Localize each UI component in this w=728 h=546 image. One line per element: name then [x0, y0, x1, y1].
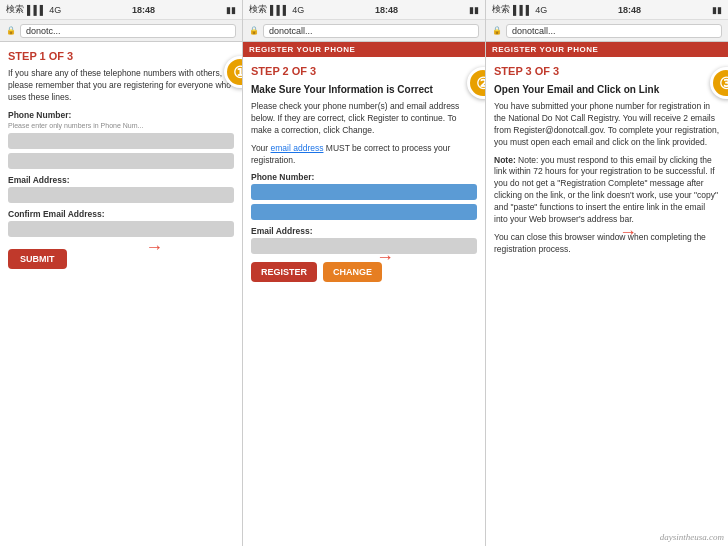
phone-label-1: Phone Number:: [8, 110, 234, 120]
status-time-2: 18:48: [375, 5, 398, 15]
register-banner-3: REGISTER YOUR PHONE: [486, 42, 728, 57]
confirm-email-input-1[interactable]: [8, 221, 234, 237]
browser-bar-1: 🔒 donotc...: [0, 20, 242, 42]
screen-3: 検索 ▌▌▌ 4G 18:48 ▮▮ 🔒 donotcall... REGIST…: [486, 0, 728, 546]
status-left-1: 検索 ▌▌▌ 4G: [6, 3, 61, 16]
signal-bars-3: ▌▌▌: [513, 5, 532, 15]
watermark: daysintheusa.com: [660, 532, 724, 542]
register-banner-2: REGISTER YOUR PHONE: [243, 42, 485, 57]
note-label: Note:: [494, 155, 516, 165]
change-button[interactable]: CHANGE: [323, 262, 382, 282]
carrier-text-1: 検索: [6, 3, 24, 16]
browser-bar-2: 🔒 donotcall...: [243, 20, 485, 42]
network-type-1: 4G: [49, 5, 61, 15]
register-button[interactable]: REGISTER: [251, 262, 317, 282]
status-bar-3: 検索 ▌▌▌ 4G 18:48 ▮▮: [486, 0, 728, 20]
browser-bar-3: 🔒 donotcall...: [486, 20, 728, 42]
network-type-2: 4G: [292, 5, 304, 15]
confirm-email-label-1: Confirm Email Address:: [8, 209, 234, 219]
step3-heading: Open Your Email and Click on Link: [494, 83, 720, 96]
status-time-3: 18:48: [618, 5, 641, 15]
email-input-2[interactable]: [251, 238, 477, 254]
network-type-3: 4G: [535, 5, 547, 15]
button-group-2: REGISTER CHANGE: [251, 262, 477, 282]
arrow-2: →: [376, 247, 394, 268]
browser-url-3[interactable]: donotcall...: [506, 24, 722, 38]
lock-icon-1: 🔒: [6, 26, 16, 35]
status-bar-1: 検索 ▌▌▌ 4G 18:48 ▮▮: [0, 0, 242, 20]
carrier-text-2: 検索: [249, 3, 267, 16]
body-text-3b: Note: Note: you must respond to this ema…: [494, 155, 720, 226]
screen-2: 検索 ▌▌▌ 4G 18:48 ▮▮ 🔒 donotcall... REGIST…: [243, 0, 486, 546]
phone-field-blue-1: [251, 184, 477, 200]
step-title-3: STEP 3 OF 3: [494, 65, 720, 77]
phone-placeholder-1: Please enter only numbers in Phone Num..…: [8, 122, 234, 129]
screen-content-1: STEP 1 OF 3 If you share any of these te…: [0, 42, 242, 546]
battery-icon-1: ▮▮: [226, 5, 236, 15]
body-text-3a: You have submitted your phone number for…: [494, 101, 720, 149]
phone-input-2[interactable]: [8, 153, 234, 169]
status-battery-1: ▮▮: [226, 5, 236, 15]
status-battery-2: ▮▮: [469, 5, 479, 15]
screen-1: 検索 ▌▌▌ 4G 18:48 ▮▮ 🔒 donotc... STEP 1 OF…: [0, 0, 243, 546]
status-time-1: 18:48: [132, 5, 155, 15]
submit-button[interactable]: SUBMIT: [8, 249, 67, 269]
lock-icon-2: 🔒: [249, 26, 259, 35]
carrier-text-3: 検索: [492, 3, 510, 16]
signal-bars-2: ▌▌▌: [270, 5, 289, 15]
body-text-2b: Your email address MUST be correct to pr…: [251, 143, 477, 167]
screenshots-container: 検索 ▌▌▌ 4G 18:48 ▮▮ 🔒 donotc... STEP 1 OF…: [0, 0, 728, 546]
step-title-2: STEP 2 OF 3: [251, 65, 477, 77]
phone-field-blue-2: [251, 204, 477, 220]
battery-icon-3: ▮▮: [712, 5, 722, 15]
status-left-2: 検索 ▌▌▌ 4G: [249, 3, 304, 16]
email-label-1: Email Address:: [8, 175, 234, 185]
body-text-2: Please check your phone number(s) and em…: [251, 101, 477, 137]
body-text-1: If you share any of these telephone numb…: [8, 68, 234, 104]
phone-input-1[interactable]: [8, 133, 234, 149]
screen-content-2: STEP 2 OF 3 Make Sure Your Information i…: [243, 57, 485, 546]
arrow-1: →: [145, 237, 163, 258]
email-label-2: Email Address:: [251, 226, 477, 236]
browser-url-2[interactable]: donotcall...: [263, 24, 479, 38]
screen-content-3: STEP 3 OF 3 Open Your Email and Click on…: [486, 57, 728, 546]
step2-heading: Make Sure Your Information is Correct: [251, 83, 477, 96]
browser-url-1[interactable]: donotc...: [20, 24, 236, 38]
phone-label-2: Phone Number:: [251, 172, 477, 182]
status-bar-2: 検索 ▌▌▌ 4G 18:48 ▮▮: [243, 0, 485, 20]
body-text-3c: You can close this browser window when c…: [494, 232, 720, 256]
status-left-3: 検索 ▌▌▌ 4G: [492, 3, 547, 16]
email-link[interactable]: email address: [271, 143, 324, 153]
signal-bars-1: ▌▌▌: [27, 5, 46, 15]
status-battery-3: ▮▮: [712, 5, 722, 15]
arrow-3: →: [619, 222, 637, 243]
email-input-1[interactable]: [8, 187, 234, 203]
step-title-1: STEP 1 OF 3: [8, 50, 234, 62]
battery-icon-2: ▮▮: [469, 5, 479, 15]
lock-icon-3: 🔒: [492, 26, 502, 35]
